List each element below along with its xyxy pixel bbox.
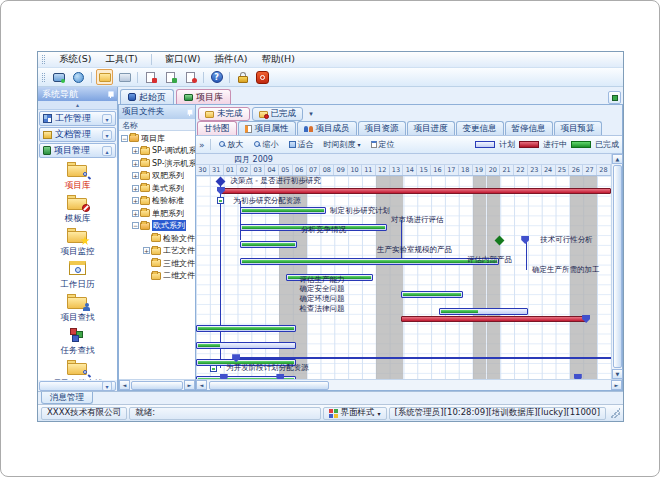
- scroll-left-icon[interactable]: ◄: [119, 380, 130, 390]
- pin-icon[interactable]: [106, 91, 113, 98]
- tab-incomplete[interactable]: 未完成: [198, 107, 250, 121]
- menu-window[interactable]: 窗口(W): [163, 53, 203, 66]
- expand-icon[interactable]: +: [132, 210, 139, 217]
- gantt-summary-line[interactable]: [236, 357, 611, 359]
- scrollbar-thumb[interactable]: [209, 381, 329, 390]
- nav-section-partial[interactable]: ▾: [39, 381, 116, 391]
- nav-project-monitor[interactable]: 项目监控: [38, 227, 117, 260]
- section-doc-mgmt[interactable]: 文档管理▾: [39, 127, 116, 142]
- nav-collapse-button[interactable]: ▴: [38, 101, 117, 110]
- tree-european-series[interactable]: −欧式系列: [119, 220, 195, 233]
- gantt-vertical-scrollbar[interactable]: ▲ ▼: [611, 154, 622, 379]
- gantt-milestone[interactable]: [215, 176, 225, 186]
- nav-project-library[interactable]: 项目库: [38, 161, 117, 194]
- tab-project-members[interactable]: 项目成员: [297, 121, 357, 135]
- nav-work-calendar[interactable]: 工作日历: [38, 260, 117, 293]
- section-project-mgmt[interactable]: 项目管理▴: [39, 143, 116, 158]
- filter-more-button[interactable]: ▾: [305, 108, 317, 121]
- scroll-left-icon[interactable]: ◄: [196, 380, 207, 390]
- tree-project-library[interactable]: −项目库: [119, 132, 195, 145]
- gantt-horizontal-scrollbar[interactable]: ◄ ►: [196, 379, 622, 390]
- tree-sp-debug-series[interactable]: +SP-调试机系列: [119, 145, 195, 158]
- menu-plugins[interactable]: 插件(A): [212, 53, 249, 66]
- btn-fit[interactable]: 适合: [286, 138, 317, 151]
- help-icon[interactable]: ?: [208, 69, 225, 85]
- collapse-icon[interactable]: −: [121, 135, 128, 142]
- tree-process-files[interactable]: +工艺文件: [119, 245, 195, 258]
- btn-zoom-in[interactable]: 放大: [216, 138, 247, 151]
- scroll-right-icon[interactable]: ►: [611, 380, 622, 390]
- gantt-task-bar[interactable]: [439, 308, 528, 315]
- open-folder-icon[interactable]: [96, 69, 113, 85]
- menu-system[interactable]: 系统(S): [57, 53, 93, 66]
- gantt-task-bar[interactable]: [401, 291, 463, 298]
- expand-icon[interactable]: +: [132, 147, 139, 154]
- workspace-icon[interactable]: [50, 69, 67, 85]
- tab-options-button[interactable]: [608, 91, 621, 104]
- web-icon[interactable]: [70, 69, 87, 85]
- btn-locate[interactable]: 定位: [368, 138, 398, 151]
- tree-2d-files[interactable]: 二维文件: [119, 270, 195, 283]
- day-cell: 22: [514, 165, 528, 175]
- tree-inspection-files[interactable]: 检验文件: [119, 232, 195, 245]
- report-green-icon[interactable]: [162, 69, 179, 85]
- menu-tools[interactable]: 工具(T): [103, 53, 139, 66]
- exit-icon[interactable]: [254, 69, 271, 85]
- scroll-down-icon[interactable]: ▼: [612, 369, 623, 379]
- expand-icon[interactable]: +: [132, 197, 139, 204]
- tab-gantt[interactable]: 甘特图: [197, 121, 237, 135]
- tree-inspection-standard[interactable]: +检验标准: [119, 195, 195, 208]
- scrollbar-thumb[interactable]: [131, 381, 183, 390]
- tab-project-resources[interactable]: 项目资源: [358, 121, 406, 135]
- tab-project-library[interactable]: 项目库: [176, 89, 231, 104]
- scroll-up-icon[interactable]: ▲: [612, 154, 623, 164]
- style-button[interactable]: 界面样式 ▾: [323, 407, 387, 420]
- gantt-task-bar[interactable]: [196, 325, 296, 332]
- tab-project-budget[interactable]: 项目预算: [554, 121, 602, 135]
- menu-help[interactable]: 帮助(H): [259, 53, 297, 66]
- collapse-icon[interactable]: −: [132, 222, 139, 229]
- tree-3d-files[interactable]: 三维文件: [119, 257, 195, 270]
- expand-icon[interactable]: +: [132, 160, 139, 167]
- assignment-note-icon[interactable]: [210, 365, 217, 372]
- btn-zoom-out[interactable]: 缩小: [251, 138, 282, 151]
- btn-timescale[interactable]: 时间刻度▾: [321, 138, 364, 151]
- scroll-right-icon[interactable]: ►: [184, 380, 195, 390]
- expand-icon[interactable]: +: [143, 247, 150, 254]
- tree-sp-demo-series[interactable]: +SP-演示机系列: [119, 157, 195, 170]
- tree-american-series[interactable]: +美式系列: [119, 182, 195, 195]
- tree-horizontal-scrollbar[interactable]: ◄ ►: [119, 379, 195, 390]
- legend-in-progress-swatch: [519, 141, 539, 148]
- nav-task-search[interactable]: 任务查找: [38, 326, 117, 359]
- pin-icon[interactable]: [185, 109, 192, 116]
- gantt-task-bar[interactable]: [240, 241, 297, 248]
- window-layout-icon[interactable]: [116, 69, 133, 85]
- tree-double-series[interactable]: +双肥系列: [119, 170, 195, 183]
- gantt-task-bar[interactable]: [196, 342, 296, 349]
- expand-icon[interactable]: +: [132, 172, 139, 179]
- tree-single-series[interactable]: +单肥系列: [119, 207, 195, 220]
- toolbar-overflow-button[interactable]: »: [199, 140, 205, 150]
- tab-change-info[interactable]: 变更信息: [456, 121, 504, 135]
- nav-project-doc-search[interactable]: 项目文档查找: [38, 359, 117, 380]
- tab-project-progress[interactable]: 项目进度: [407, 121, 455, 135]
- tab-project-props[interactable]: 项目属性: [238, 121, 296, 135]
- section-work-mgmt[interactable]: 工作管理▾: [39, 111, 116, 126]
- report-red-icon[interactable]: [142, 69, 159, 85]
- gantt-summary-bar[interactable]: [221, 188, 611, 194]
- lock-icon[interactable]: [234, 69, 251, 85]
- report-blue-icon[interactable]: [182, 69, 199, 85]
- tab-complete[interactable]: 已完成: [252, 107, 304, 121]
- resize-grip[interactable]: [610, 408, 620, 418]
- assignment-note-icon[interactable]: [217, 197, 224, 204]
- gantt-task-bar[interactable]: [240, 258, 499, 265]
- gantt-task-bar[interactable]: [240, 207, 326, 214]
- tab-message-management[interactable]: 消息管理: [41, 392, 93, 404]
- tab-start-page[interactable]: 起始页: [120, 89, 174, 104]
- scrollbar-thumb[interactable]: [613, 165, 622, 368]
- tab-pause-info[interactable]: 暂停信息: [505, 121, 553, 135]
- expand-icon[interactable]: +: [132, 185, 139, 192]
- gantt-summary-bar[interactable]: [401, 316, 586, 322]
- nav-project-search[interactable]: 项目查找: [38, 293, 117, 326]
- nav-template-library[interactable]: 模板库: [38, 194, 117, 227]
